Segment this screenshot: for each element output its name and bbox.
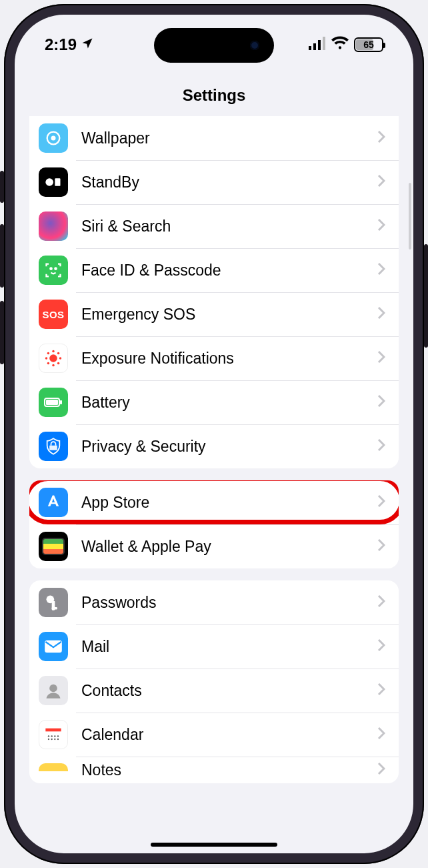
svg-rect-27	[45, 729, 61, 732]
dynamic-island	[154, 28, 274, 63]
front-camera	[250, 41, 259, 50]
chevron-right-icon	[377, 594, 385, 610]
settings-row-exposure[interactable]: Exposure Notifications	[29, 336, 399, 380]
settings-group: Passwords Mail Contacts	[29, 580, 399, 783]
settings-row-mail[interactable]: Mail	[29, 624, 399, 669]
chevron-right-icon	[377, 438, 385, 454]
chevron-right-icon	[377, 638, 385, 655]
svg-point-13	[45, 357, 48, 360]
passwords-icon	[39, 588, 68, 617]
svg-point-26	[49, 685, 57, 693]
svg-rect-21	[60, 400, 62, 404]
svg-point-32	[48, 739, 49, 740]
svg-point-11	[52, 350, 55, 353]
settings-row-passwords[interactable]: Passwords	[29, 580, 399, 624]
svg-point-9	[55, 268, 56, 270]
settings-row-sos[interactable]: SOS Emergency SOS	[29, 292, 399, 336]
svg-point-18	[57, 362, 60, 365]
contacts-icon	[39, 676, 68, 705]
row-label: Face ID & Passcode	[81, 262, 377, 280]
battery-indicator: 65	[354, 37, 383, 52]
svg-point-34	[54, 739, 55, 740]
battery-icon	[39, 388, 68, 417]
location-icon	[81, 35, 94, 54]
chevron-right-icon	[377, 262, 385, 278]
volume-down-button	[0, 301, 4, 364]
svg-point-30	[54, 735, 55, 737]
svg-rect-20	[46, 400, 58, 405]
row-label: Wallpaper	[81, 129, 377, 147]
svg-point-14	[59, 357, 62, 360]
chevron-right-icon	[377, 494, 385, 510]
svg-point-28	[48, 735, 49, 737]
nav-bar: Settings	[15, 75, 413, 116]
wifi-icon	[331, 36, 349, 54]
power-button	[424, 244, 428, 348]
svg-point-15	[47, 352, 50, 355]
status-time: 2:19	[45, 35, 77, 54]
svg-point-5	[51, 136, 56, 141]
cell-signal-icon	[309, 36, 326, 54]
svg-rect-1	[313, 43, 316, 50]
settings-row-wallpaper[interactable]: Wallpaper	[29, 116, 399, 160]
faceid-icon	[39, 256, 68, 285]
chevron-right-icon	[377, 394, 385, 410]
settings-row-faceid[interactable]: Face ID & Passcode	[29, 248, 399, 292]
svg-rect-0	[309, 46, 311, 50]
row-label: Mail	[81, 638, 377, 656]
standby-icon	[39, 167, 68, 197]
chevron-right-icon	[377, 174, 385, 190]
chevron-right-icon	[377, 762, 385, 778]
settings-group: Wallpaper StandBy Siri & Search	[29, 116, 399, 468]
settings-row-appstore[interactable]: App Store	[29, 480, 399, 524]
chevron-right-icon	[377, 218, 385, 234]
row-label: Passwords	[81, 594, 377, 612]
svg-point-29	[51, 735, 53, 737]
svg-point-35	[57, 739, 59, 740]
privacy-icon	[39, 432, 68, 461]
scrollbar[interactable]	[409, 183, 411, 250]
settings-list[interactable]: Wallpaper StandBy Siri & Search	[15, 116, 413, 853]
settings-group: App Store Wallet & Apple Pay	[29, 480, 399, 568]
row-label: StandBy	[81, 173, 377, 191]
svg-point-16	[57, 352, 60, 355]
settings-row-wallet[interactable]: Wallet & Apple Pay	[29, 524, 399, 568]
svg-point-6	[45, 178, 53, 186]
settings-row-battery[interactable]: Battery	[29, 380, 399, 424]
svg-rect-3	[323, 37, 325, 50]
row-label: Privacy & Security	[81, 438, 377, 456]
wallpaper-icon	[39, 123, 68, 153]
silent-switch	[0, 171, 4, 203]
svg-point-31	[57, 735, 59, 737]
svg-point-10	[49, 354, 57, 362]
svg-rect-24	[52, 607, 57, 610]
row-label: Contacts	[81, 682, 377, 700]
volume-up-button	[0, 224, 4, 288]
settings-row-contacts[interactable]: Contacts	[29, 669, 399, 713]
settings-row-calendar[interactable]: Calendar	[29, 713, 399, 757]
settings-row-privacy[interactable]: Privacy & Security	[29, 424, 399, 468]
home-indicator[interactable]	[151, 843, 277, 847]
svg-point-12	[52, 364, 55, 367]
settings-row-standby[interactable]: StandBy	[29, 160, 399, 204]
chevron-right-icon	[377, 306, 385, 322]
mail-icon	[39, 632, 68, 661]
chevron-right-icon	[377, 538, 385, 554]
chevron-right-icon	[377, 727, 385, 743]
battery-percent: 65	[363, 39, 374, 50]
page-title: Settings	[183, 86, 246, 105]
wallet-icon	[39, 532, 68, 561]
siri-icon	[39, 211, 68, 241]
row-label: Notes	[81, 761, 377, 779]
calendar-icon	[39, 720, 68, 749]
sos-icon: SOS	[39, 300, 68, 329]
settings-row-siri[interactable]: Siri & Search	[29, 204, 399, 248]
screen: 2:19 65 Settings	[15, 15, 413, 853]
exposure-icon	[39, 344, 68, 373]
phone-frame: 2:19 65 Settings	[4, 4, 424, 864]
row-label: Wallet & Apple Pay	[81, 538, 377, 556]
settings-row-notes[interactable]: Notes	[29, 757, 399, 783]
chevron-right-icon	[377, 683, 385, 699]
row-label: Siri & Search	[81, 218, 377, 236]
row-label: Emergency SOS	[81, 306, 377, 324]
